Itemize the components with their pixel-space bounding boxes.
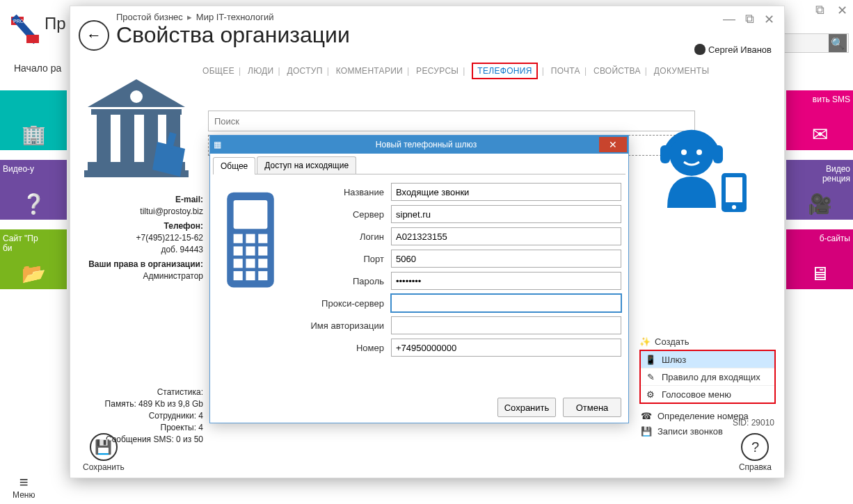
svg-rect-25 [246, 234, 255, 243]
tab-access[interactable]: ДОСТУП [287, 66, 323, 76]
bg-window-controls: ⧉ ✕ [815, 3, 847, 18]
svg-rect-20 [726, 177, 742, 202]
tab-comments[interactable]: КОММЕНТАРИИ [336, 66, 403, 76]
sms-icon: ✉ [812, 123, 828, 146]
bg-search[interactable]: 🔍 [774, 33, 849, 53]
svg-rect-24 [234, 234, 243, 243]
help-icon: ❔ [22, 193, 46, 216]
gateway-icon: 📱 [645, 354, 656, 365]
dialog-save-button[interactable]: Сохранить [497, 398, 556, 417]
restore-icon[interactable]: ⧉ [745, 12, 754, 27]
svg-rect-7 [120, 115, 134, 162]
input-auth[interactable] [391, 316, 621, 334]
avatar-icon [694, 44, 705, 55]
bg-restore-icon[interactable]: ⧉ [815, 3, 824, 18]
tab-resources[interactable]: РЕСУРСЫ [416, 66, 459, 76]
org-properties-window: ← Простой бизнес▸Мир IT-технологий Свойс… [70, 6, 785, 478]
tab-people[interactable]: ЛЮДИ [248, 66, 273, 76]
menu-icon: ≡ [13, 475, 35, 490]
dialog-tabs: Общее Доступ на исходящие [213, 156, 625, 174]
window-controls: — ⧉ ✕ [723, 10, 774, 27]
app-logo: PRO [10, 14, 40, 44]
input-password[interactable] [391, 272, 621, 290]
dialog-cancel-button[interactable]: Отмена [563, 398, 621, 417]
svg-rect-29 [258, 246, 267, 255]
close-icon[interactable]: ✕ [764, 12, 774, 27]
tile[interactable]: вить SMS✉ [786, 90, 853, 150]
dialog-tab-general[interactable]: Общее [213, 157, 255, 174]
svg-point-21 [732, 205, 736, 209]
tile[interactable]: Видео ренция🎥 [786, 160, 853, 220]
label-name: Название [301, 187, 391, 197]
tile[interactable]: б-сайты🖥 [786, 229, 853, 289]
search-input[interactable] [208, 111, 695, 131]
svg-rect-35 [258, 271, 267, 280]
menu-item-voice-menu[interactable]: ⚙ Голосовое меню [641, 386, 774, 403]
svg-rect-27 [234, 246, 243, 255]
svg-rect-1 [26, 35, 39, 43]
label-number: Номер [301, 343, 391, 353]
site-icon: 📂 [22, 262, 46, 285]
footer-save[interactable]: 💾 Сохранить [83, 433, 125, 472]
tabs: ОБЩЕЕ| ЛЮДИ| ДОСТУП| КОММЕНТАРИИ| РЕСУРС… [202, 66, 784, 76]
input-name[interactable] [391, 183, 621, 201]
dialog-titlebar[interactable]: ▦ Новый телефонный шлюз ✕ [210, 136, 628, 154]
input-login[interactable] [391, 227, 621, 245]
create-menu: 📱 Шлюз ✎ Правило для входящих ⚙ Голосово… [639, 350, 776, 404]
breadcrumb[interactable]: Простой бизнес▸Мир IT-технологий [116, 12, 723, 22]
sparkle-icon: ✨ [639, 336, 651, 347]
wand-icon: ✎ [645, 371, 656, 382]
tile[interactable]: 🏢 [0, 90, 67, 150]
label-login: Логин [301, 231, 391, 242]
dialog-form: Название Сервер Логин Порт Пароль Прокси… [301, 183, 621, 361]
minimize-icon[interactable]: — [723, 12, 735, 27]
tab-telephony[interactable]: ТЕЛЕФОНИЯ [472, 63, 537, 79]
search-icon[interactable]: 🔍 [829, 34, 847, 52]
svg-rect-30 [234, 259, 243, 268]
help-icon: ? [741, 433, 769, 461]
organization-icon [77, 69, 196, 187]
svg-rect-28 [246, 246, 255, 255]
label-proxy: Прокси-сервер [301, 298, 391, 309]
tab-general[interactable]: ОБЩЕЕ [202, 66, 234, 76]
svg-rect-23 [234, 200, 268, 229]
svg-rect-6 [97, 115, 111, 162]
gateway-dialog: ▦ Новый телефонный шлюз ✕ Общее Доступ н… [209, 135, 629, 423]
bottom-menu[interactable]: ≡ Меню [13, 475, 35, 500]
tile[interactable]: Сайт "Пр би📂 [0, 229, 67, 289]
tile[interactable]: Видео-у❔ [0, 160, 67, 220]
operator-illustration [639, 111, 776, 222]
bg-close-icon[interactable]: ✕ [837, 3, 847, 18]
label-port: Порт [301, 254, 391, 264]
monitor-icon: 🖥 [810, 262, 829, 285]
dialog-tab-outgoing[interactable]: Доступ на исходящие [257, 156, 356, 174]
input-proxy[interactable] [391, 294, 621, 312]
back-button[interactable]: ← [79, 20, 109, 51]
menu-item-gateway[interactable]: 📱 Шлюз [641, 351, 774, 368]
input-number[interactable] [391, 339, 621, 357]
bg-start-label: Начало ра [14, 63, 61, 74]
svg-rect-5 [91, 109, 182, 115]
svg-point-4 [130, 90, 143, 103]
tab-mail[interactable]: ПОЧТА [551, 66, 580, 76]
tiles-left: 🏢 Видео-у❔ Сайт "Пр би📂 [0, 90, 67, 299]
dialog-app-icon: ▦ [210, 140, 224, 149]
page-title: Свойства организации [116, 22, 723, 47]
left-column: E-mail: tiltui@prostoy.biz Телефон: +7(4… [77, 69, 206, 446]
tab-properties[interactable]: СВОЙСТВА [593, 66, 641, 76]
menu-item-rule[interactable]: ✎ Правило для входящих [641, 368, 774, 386]
input-port[interactable] [391, 250, 621, 268]
org-info: E-mail: tiltui@prostoy.biz Телефон: +7(4… [77, 194, 206, 282]
dialog-footer: Сохранить Отмена [497, 398, 621, 417]
phone-illustration [217, 183, 301, 361]
label-auth: Имя авторизации [301, 320, 391, 331]
input-server[interactable] [391, 205, 621, 223]
records-icon: 💾 [641, 425, 652, 437]
svg-text:PRO: PRO [13, 19, 24, 24]
tab-documents[interactable]: ДОКУМЕНТЫ [654, 66, 710, 76]
current-user[interactable]: Сергей Иванов [694, 44, 772, 55]
dialog-close-button[interactable]: ✕ [599, 137, 627, 152]
building-icon: 🏢 [22, 123, 46, 146]
save-icon: 💾 [90, 433, 118, 461]
footer-help[interactable]: ? Справка [739, 433, 772, 472]
